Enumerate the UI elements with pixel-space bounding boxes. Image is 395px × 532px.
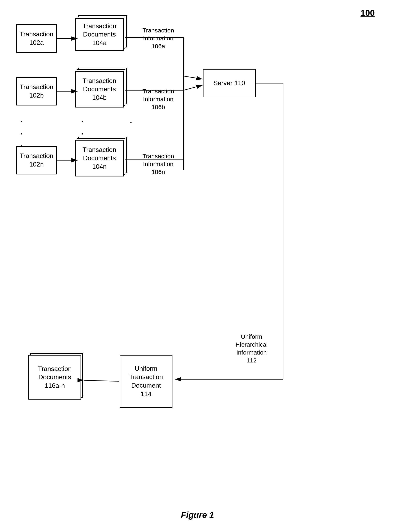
svg-line-17	[84, 380, 119, 381]
uniform-transaction-doc-114-label: UniformTransactionDocument114	[129, 364, 163, 398]
transaction-102n-box: Transaction102n	[16, 146, 57, 174]
svg-line-13	[184, 85, 203, 90]
diagram-number: 100	[361, 8, 375, 18]
svg-line-12	[184, 76, 203, 79]
transaction-docs-104n: TransactionDocuments104n	[75, 140, 124, 176]
server-110-box: Server 110	[203, 69, 256, 97]
transaction-docs-116: TransactionDocuments116a-n	[28, 355, 81, 400]
figure-label: Figure 1	[181, 510, 214, 520]
transaction-docs-116-label: TransactionDocuments116a-n	[38, 365, 72, 390]
transaction-102a-box: Transaction102a	[16, 24, 57, 53]
transaction-102b-label: Transaction102b	[20, 83, 53, 100]
transaction-info-106b-label: TransactionInformation106b	[136, 87, 181, 111]
uniform-transaction-doc-114-box: UniformTransactionDocument114	[120, 355, 172, 408]
transaction-docs-104a-label: TransactionDocuments104a	[82, 22, 116, 47]
transaction-docs-104b-label: TransactionDocuments104b	[82, 77, 116, 102]
transaction-docs-104b: TransactionDocuments104b	[75, 71, 124, 108]
diagram-container: 100 Transaction102a TransactionDocuments…	[0, 0, 395, 532]
transaction-info-106a-label: TransactionInformation106a	[136, 26, 181, 50]
transaction-docs-104a: TransactionDocuments104a	[75, 18, 124, 51]
transaction-102n-label: Transaction102n	[20, 152, 53, 168]
transaction-docs-104n-label: TransactionDocuments104n	[82, 146, 116, 171]
transaction-102b-box: Transaction102b	[16, 77, 57, 105]
transaction-info-106n-label: TransactionInformation106n	[136, 152, 181, 176]
dots-3: ·	[130, 117, 132, 129]
arrows-svg	[0, 0, 395, 532]
uniform-hierarchical-info-label: UniformHierarchicalInformation112	[223, 333, 280, 364]
transaction-102a-label: Transaction102a	[20, 30, 53, 47]
server-110-label: Server 110	[214, 79, 245, 87]
